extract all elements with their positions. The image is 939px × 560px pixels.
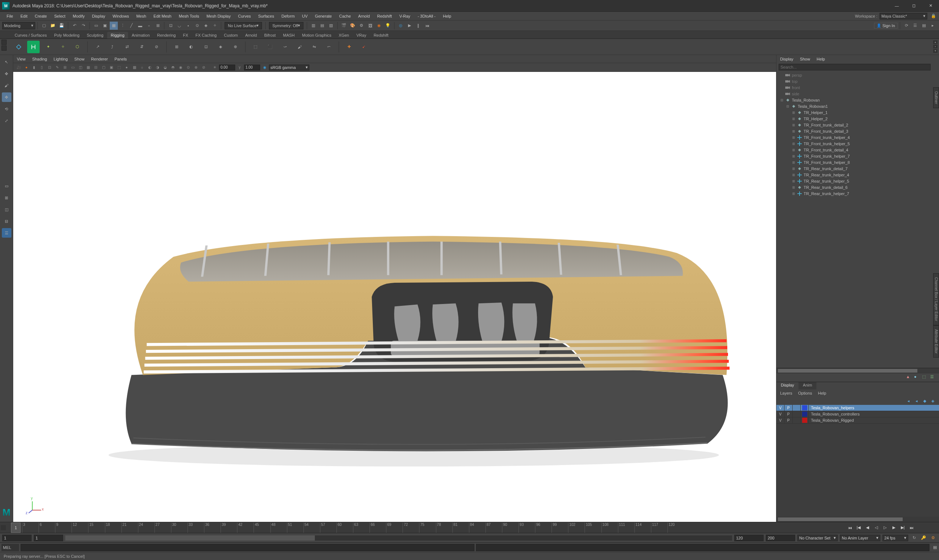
timeline-snap-icon[interactable] [1, 525, 6, 530]
cluster-icon[interactable]: ⊞ [170, 41, 183, 53]
symmetry-dropdown[interactable]: Symmetry: Off ▾ [269, 22, 304, 29]
outliner-item[interactable]: ⊞TR_Helper_2 [776, 115, 939, 122]
menu-mesh[interactable]: Mesh [133, 14, 150, 18]
joint-chain-icon[interactable]: ✧ [57, 41, 69, 53]
vp-lights-icon[interactable]: ☼ [139, 64, 145, 71]
shelf-tab-poly-modeling[interactable]: Poly Modeling [50, 32, 83, 38]
outliner-hscroll[interactable] [776, 368, 939, 373]
collapse-icon[interactable]: ▸ [929, 22, 937, 30]
outliner-item[interactable]: front [776, 85, 939, 91]
sidetab-attribute[interactable]: Attribute Editor [933, 325, 939, 358]
layer-menu-help[interactable]: Help [818, 391, 826, 395]
vp-gamma-icon[interactable]: γ [236, 64, 243, 71]
open-scene-icon[interactable]: 📁 [49, 22, 57, 30]
constraint-aim-icon[interactable]: ➹ [358, 41, 370, 53]
vp-gate-mask-icon[interactable]: ▦ [85, 64, 91, 71]
four-pane-icon[interactable]: ⊞ [2, 193, 11, 202]
menu-mesh-tools[interactable]: Mesh Tools [175, 14, 202, 18]
menu-cache[interactable]: Cache [335, 14, 355, 18]
anim-layer-dropdown[interactable]: No Anim Layer▾ [840, 535, 880, 541]
menu-select[interactable]: Select [51, 14, 69, 18]
joint-tool-icon[interactable]: ✦ [42, 41, 54, 53]
workspace-lock-icon[interactable]: 🔒 [931, 14, 936, 18]
select-tool-icon[interactable]: ↖ [2, 57, 11, 67]
vp-xray-icon[interactable]: ⊗ [193, 64, 199, 71]
layer-movedown-icon[interactable]: ◂ [913, 397, 920, 404]
menu-surfaces[interactable]: Surfaces [254, 14, 278, 18]
vp-aa-icon[interactable]: ◒ [162, 64, 168, 71]
quick-help-icon[interactable]: ▧ [327, 22, 335, 30]
menu-file[interactable]: File [3, 14, 17, 18]
step-back-key-icon[interactable]: |◀ [854, 524, 863, 532]
outliner-item[interactable]: ⊞TR_Front_trunk_detail_2 [776, 122, 939, 128]
outliner-btn-1-icon[interactable]: ▲ [906, 374, 912, 380]
smooth-bind-icon[interactable]: ⬚ [249, 41, 262, 53]
shelf-tab-rendering[interactable]: Rendering [153, 32, 179, 38]
autokey-icon[interactable]: 🔑 [920, 534, 927, 542]
menu-curves[interactable]: Curves [234, 14, 254, 18]
play-back-icon[interactable]: ◁ [872, 524, 880, 532]
vp-grease-icon[interactable]: ✎ [54, 64, 60, 71]
menu-create[interactable]: Create [31, 14, 51, 18]
shelf-tab-mash[interactable]: MASH [279, 32, 298, 38]
vp-gamma-input[interactable] [244, 65, 260, 71]
copy-weights-icon[interactable]: ⤺ [322, 41, 335, 53]
vp-colorspace-dropdown[interactable]: sRGB gamma▾ [269, 65, 309, 71]
vp-exposure-icon[interactable]: ☀ [211, 64, 218, 71]
display-layer-row[interactable]: VPTesla_Robovan_Rigged [776, 417, 939, 423]
shelf-tab-xgen[interactable]: XGen [335, 32, 353, 38]
vp-isolate-icon[interactable]: ⊙ [185, 64, 191, 71]
rewind-icon[interactable]: ⏮ [423, 22, 431, 30]
ik-handle-icon[interactable]: ⬡ [71, 41, 84, 53]
menu-windows[interactable]: Windows [109, 14, 133, 18]
menu-generate[interactable]: Generate [311, 14, 335, 18]
vp-wireframe-icon[interactable]: ⬚ [116, 64, 122, 71]
menu-deform[interactable]: Deform [278, 14, 298, 18]
rotate-tool-icon[interactable]: ⟲ [2, 104, 11, 114]
menu-edit[interactable]: Edit [17, 14, 31, 18]
script-editor-icon[interactable]: ▤ [931, 543, 939, 552]
vp-res-gate-icon[interactable]: ◫ [77, 64, 84, 71]
range-in-input[interactable] [34, 535, 63, 541]
shelf-scroll-dot-icon[interactable]: • [933, 45, 937, 48]
outliner-item[interactable]: ⊞TR_Rear_trunk_helper_7 [776, 190, 939, 197]
step-fwd-icon[interactable]: ▶ [890, 524, 898, 532]
play-fwd-icon[interactable]: ▷ [881, 524, 889, 532]
shelf-tab-rigging[interactable]: Rigging [107, 32, 128, 38]
outliner-item[interactable]: top [776, 78, 939, 85]
blendshape-icon[interactable]: ◈ [214, 41, 227, 53]
select-multi-icon[interactable]: ⊞ [154, 22, 162, 30]
two-stack-icon[interactable]: ⊟ [2, 216, 11, 226]
outliner-btn-2-icon[interactable]: ● [914, 374, 920, 380]
vp-2d-pan-icon[interactable]: ⊡ [46, 64, 53, 71]
render-view-icon[interactable]: 🖼 [366, 22, 374, 30]
minimize-button[interactable]: — [888, 0, 905, 12]
render-frame-icon[interactable]: 🎬 [340, 22, 348, 30]
layer-tab-display[interactable]: Display [776, 382, 799, 389]
select-hierarchy-icon[interactable]: ▭ [92, 22, 100, 30]
rigid-bind-icon[interactable]: ⬛ [264, 41, 276, 53]
undo-icon[interactable]: ↶ [71, 22, 79, 30]
panel-menu-renderer[interactable]: Renderer [91, 57, 108, 61]
sidetab-outliner[interactable]: Outliner [933, 87, 939, 108]
two-side-icon[interactable]: ◫ [2, 205, 11, 214]
shelf-tab-motion-graphics[interactable]: Motion Graphics [298, 32, 335, 38]
select-uv-icon[interactable]: ▫ [145, 22, 153, 30]
menu-help[interactable]: Help [439, 14, 455, 18]
outliner-btn-4-icon[interactable]: ☰ [930, 374, 936, 380]
lattice-icon[interactable]: ◐ [185, 41, 197, 53]
vp-safe-title-icon[interactable]: ▣ [108, 64, 114, 71]
outliner-search-input[interactable] [779, 64, 931, 71]
outliner-item[interactable]: ⊞TR_Helper_1 [776, 109, 939, 115]
snap-center-icon[interactable]: ⊙ [193, 22, 201, 30]
display-layer-row[interactable]: VPTesla_Robovan_helpers [776, 405, 939, 411]
remove-joint-icon[interactable]: ⊘ [150, 41, 163, 53]
select-face-icon[interactable]: ▬ [136, 22, 144, 30]
menu-modify[interactable]: Modify [69, 14, 88, 18]
new-scene-icon[interactable]: ▢ [40, 22, 48, 30]
vp-shaded-icon[interactable]: ● [123, 64, 130, 71]
outliner-item[interactable]: ⊟Tesla_Robovan [776, 97, 939, 103]
maximize-button[interactable]: ◻ [905, 0, 922, 12]
outliner-item[interactable]: ⊞TR_Front_trunk_detail_3 [776, 128, 939, 134]
snap-point-icon[interactable]: • [184, 22, 192, 30]
